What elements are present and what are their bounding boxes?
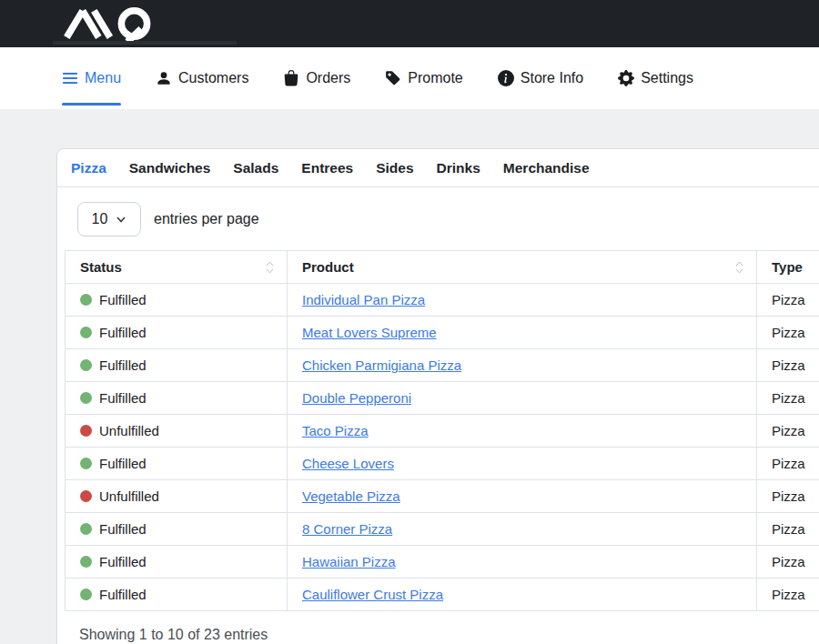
bag-icon — [283, 70, 299, 86]
nav-item-orders[interactable]: Orders — [283, 47, 350, 109]
type-label: Pizza — [772, 357, 805, 373]
nav-label-store-promote: Promote — [408, 70, 462, 86]
card-body: 10 entries per page Status — [57, 187, 819, 644]
table-row: Fulfilled Hawaiian Pizza Pizza — [66, 546, 819, 579]
type-label: Pizza — [772, 587, 805, 602]
top-bar — [0, 0, 819, 47]
type-label: Pizza — [772, 390, 805, 406]
tab-entrees[interactable]: Entrees — [301, 160, 353, 176]
nav-item-promote[interactable]: Promote — [385, 47, 462, 109]
status-dot — [80, 359, 92, 371]
hamburger-icon — [62, 70, 78, 86]
table-row: Fulfilled Individual Pan Pizza Pizza — [66, 284, 819, 317]
nav-item-menu[interactable]: Menu — [62, 47, 121, 109]
status-dot — [80, 294, 92, 306]
table-row: Fulfilled Chicken Parmigiana Pizza Pizza — [66, 349, 819, 382]
main-navigation: Menu Customers Orders Promote Store Info… — [0, 47, 819, 109]
sort-icon — [266, 261, 274, 274]
table-row: Fulfilled 8 Corner Pizza Pizza — [66, 513, 819, 546]
status-label: Fulfilled — [99, 554, 147, 569]
status-dot — [80, 458, 92, 469]
product-link[interactable]: Meat Lovers Supreme — [302, 325, 437, 340]
tag-icon — [385, 70, 401, 86]
status-dot — [80, 490, 92, 502]
tab-drinks[interactable]: Drinks — [437, 160, 480, 176]
category-tabs: Pizza Sandwiches Salads Entrees Sides Dr… — [57, 149, 819, 187]
entries-per-page-select[interactable]: 10 — [77, 202, 141, 236]
gear-icon — [618, 70, 634, 86]
table-row: Fulfilled Cheese Lovers Pizza — [66, 448, 819, 480]
type-label: Pizza — [772, 554, 805, 569]
menu-card: Pizza Sandwiches Salads Entrees Sides Dr… — [56, 148, 819, 644]
aiq-logo — [53, 5, 166, 42]
nav-label-store-info: Store Info — [521, 70, 583, 86]
status-dot — [80, 327, 92, 338]
status-dot — [80, 556, 92, 568]
tab-sandwiches[interactable]: Sandwiches — [129, 160, 211, 176]
nav-label-orders: Orders — [306, 70, 350, 86]
table-row: Unfulfilled Taco Pizza Pizza — [66, 415, 819, 448]
product-link[interactable]: Chicken Parmigiana Pizza — [302, 357, 461, 373]
status-label: Fulfilled — [99, 292, 147, 307]
nav-item-settings[interactable]: Settings — [618, 47, 693, 109]
chevron-down-icon — [116, 214, 126, 225]
tab-sides[interactable]: Sides — [376, 160, 413, 176]
column-header-status[interactable]: Status — [66, 251, 288, 284]
type-label: Pizza — [772, 292, 805, 307]
column-label: Status — [80, 259, 122, 275]
column-header-type[interactable]: Type — [757, 251, 819, 284]
entries-per-page-value: 10 — [92, 211, 108, 227]
status-label: Fulfilled — [99, 390, 147, 406]
status-label: Fulfilled — [99, 325, 147, 340]
logo-underline-strip — [53, 41, 237, 45]
type-label: Pizza — [772, 325, 805, 340]
nav-item-customers[interactable]: Customers — [156, 47, 248, 109]
product-link[interactable]: Vegetable Pizza — [302, 488, 400, 504]
aiq-logo-icon — [53, 5, 166, 42]
table-row: Fulfilled Cauliflower Crust Pizza Pizza — [66, 579, 819, 611]
status-label: Fulfilled — [99, 456, 147, 471]
tab-merchandise[interactable]: Merchandise — [503, 160, 590, 176]
status-label: Fulfilled — [99, 357, 147, 373]
column-label: Type — [772, 259, 803, 275]
status-label: Fulfilled — [99, 587, 147, 602]
tab-salads[interactable]: Salads — [233, 160, 278, 176]
type-label: Pizza — [772, 521, 805, 537]
info-circle-icon — [498, 70, 514, 86]
table-row: Fulfilled Meat Lovers Supreme Pizza — [66, 317, 819, 349]
status-label: Fulfilled — [99, 521, 147, 537]
product-link[interactable]: Taco Pizza — [302, 423, 369, 438]
person-icon — [156, 70, 172, 86]
product-link[interactable]: Double Pepperoni — [302, 390, 411, 406]
column-label: Product — [302, 259, 354, 275]
status-dot — [80, 425, 92, 437]
type-label: Pizza — [772, 456, 805, 471]
products-table: Status Product Type — [65, 250, 819, 611]
product-link[interactable]: 8 Corner Pizza — [302, 521, 392, 537]
product-link[interactable]: Cauliflower Crust Pizza — [302, 587, 443, 602]
status-dot — [80, 523, 92, 535]
entries-per-page-row: 10 entries per page — [77, 202, 819, 236]
nav-item-store-info[interactable]: Store Info — [498, 47, 583, 109]
product-link[interactable]: Individual Pan Pizza — [302, 292, 425, 307]
nav-label-menu: Menu — [85, 70, 121, 86]
entries-per-page-label: entries per page — [154, 211, 259, 227]
sort-icon — [735, 261, 743, 274]
type-label: Pizza — [772, 423, 805, 438]
status-label: Unfulfilled — [99, 488, 159, 504]
table-header-row: Status Product Type — [66, 251, 819, 284]
nav-label-customers: Customers — [178, 70, 248, 86]
column-header-product[interactable]: Product — [288, 251, 757, 284]
status-dot — [80, 392, 92, 404]
table-row: Fulfilled Double Pepperoni Pizza — [66, 382, 819, 415]
nav-label-settings: Settings — [641, 70, 693, 86]
status-dot — [80, 589, 92, 600]
status-label: Unfulfilled — [99, 423, 159, 438]
table-row: Unfulfilled Vegetable Pizza Pizza — [66, 480, 819, 513]
product-link[interactable]: Hawaiian Pizza — [302, 554, 396, 569]
type-label: Pizza — [772, 488, 805, 504]
table-info-text: Showing 1 to 10 of 23 entries — [79, 627, 819, 643]
product-link[interactable]: Cheese Lovers — [302, 456, 394, 471]
tab-pizza[interactable]: Pizza — [71, 160, 106, 176]
